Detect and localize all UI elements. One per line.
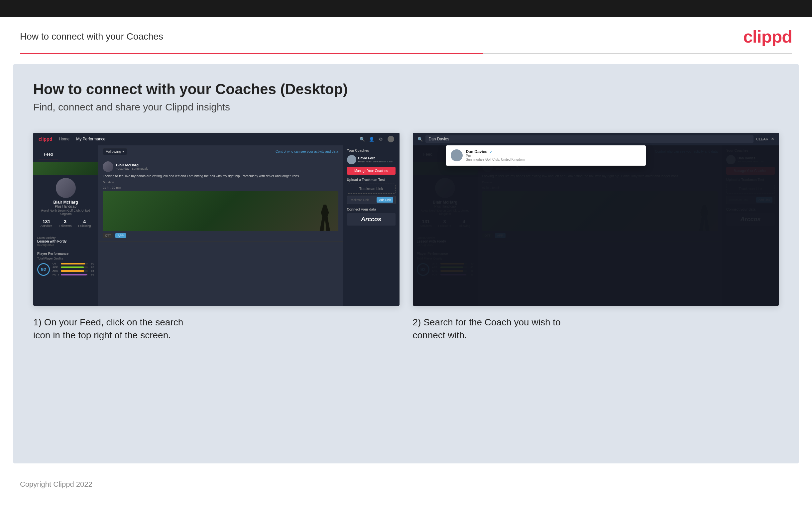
app-coaches-1: Your Coaches David Ford Royal North Devo… (343, 145, 399, 306)
post-btn-row-1: OTT APP (103, 233, 338, 238)
profile-card-1: Blair McHarg Plus Handicap Royal North D… (33, 175, 98, 234)
player-performance-1: Player Performance Total Player Quality … (33, 249, 98, 280)
close-button[interactable]: × (771, 136, 774, 142)
profile-club-1: Royal North Devon Golf Club, United King… (37, 209, 94, 216)
screenshot-block-1: clippd Home My Performance 🔍 👤 ⚙ (33, 133, 399, 342)
feed-tab-1[interactable]: Feed (39, 150, 58, 159)
coach-item-1: David Ford Royal North Devon Golf Club (347, 155, 395, 164)
search-result-item[interactable]: Dan Davies ✓ Pro Sunningdale Golf Club, … (446, 145, 646, 166)
search-icon-2: 🔍 (418, 137, 423, 142)
following-bar-1: Following ▾ Control who can see your act… (98, 145, 343, 158)
app-navbar-1: clippd Home My Performance 🔍 👤 ⚙ (33, 133, 399, 145)
app-ui-2: clippd Home My Performance Feed Blair Mc… (413, 133, 779, 306)
bars-col-1: OTT90 APP85 ARG86 PUTT96 (52, 262, 94, 277)
screenshot-block-2: clippd Home My Performance Feed Blair Mc… (413, 133, 779, 342)
profile-stats-1: 131Activities 3Followers 4Following (37, 219, 94, 227)
btn-app-1[interactable]: APP (115, 233, 126, 238)
profile-name-1: Blair McHarg (37, 200, 94, 205)
app-sidebar-1: Feed Blair McHarg Plus Handicap Royal No… (33, 145, 98, 306)
app-ui-1: clippd Home My Performance 🔍 👤 ⚙ (33, 133, 399, 306)
settings-icon-1[interactable]: ⚙ (378, 136, 384, 142)
screenshot-frame-1: clippd Home My Performance 🔍 👤 ⚙ (33, 133, 399, 306)
app-body-1: Feed Blair McHarg Plus Handicap Royal No… (33, 145, 399, 306)
profile-handicap-1: Plus Handicap (37, 205, 94, 208)
profile-img-1 (56, 178, 76, 198)
golfer-silhouette-1 (319, 205, 332, 231)
clear-button[interactable]: CLEAR (756, 137, 768, 141)
control-link-1[interactable]: Control who can see your activity and da… (276, 150, 338, 153)
app-feed-1: Following ▾ Control who can see your act… (98, 145, 343, 306)
result-name: Dan Davies ✓ (466, 150, 525, 154)
nav-home-1[interactable]: Home (59, 137, 69, 141)
copyright: Copyright Clippd 2022 (20, 480, 92, 489)
feed-post-1: Blair McHarg Yesterday · Sunningdale Loo… (98, 158, 343, 242)
search-icon-1[interactable]: 🔍 (360, 136, 365, 142)
avatar-1[interactable] (388, 136, 394, 142)
main-content: How to connect with your Coaches (Deskto… (13, 64, 799, 463)
result-avatar (451, 150, 463, 161)
user-icon-1[interactable]: 👤 (369, 136, 374, 142)
header-title: How to connect with your Coaches (20, 31, 163, 42)
page-subheading: Find, connect and share your Clippd insi… (33, 101, 779, 113)
nav-right-1: 🔍 👤 ⚙ (360, 136, 394, 142)
add-link-btn-1[interactable]: Add Link (377, 197, 393, 203)
header: How to connect with your Coaches clippd (0, 17, 812, 53)
manage-coaches-btn[interactable]: Manage Your Coaches (347, 167, 395, 175)
caption-1: 1) On your Feed, click on the search ico… (33, 316, 399, 342)
screenshot-frame-2: clippd Home My Performance Feed Blair Mc… (413, 133, 779, 306)
btn-off-1[interactable]: OTT (103, 233, 113, 238)
trackman-box-1: Trackman Link (347, 184, 395, 194)
header-divider (20, 53, 792, 54)
clippd-logo: clippd (743, 27, 792, 47)
post-duration-1: Duration (103, 181, 338, 184)
page-heading: How to connect with your Coaches (Deskto… (33, 81, 779, 97)
following-btn-1[interactable]: Following ▾ (103, 148, 127, 155)
top-bar (0, 0, 812, 17)
app-logo-1: clippd (39, 136, 52, 142)
search-dropdown: Dan Davies ✓ Pro Sunningdale Golf Club, … (446, 145, 646, 166)
score-circle-1: 92 (37, 263, 50, 276)
trackman-input-1[interactable]: Trackman Link Add Link (347, 196, 395, 204)
caption-2: 2) Search for the Coach you wish to conn… (413, 316, 779, 342)
post-avatar-1 (103, 161, 113, 172)
screenshots-row: clippd Home My Performance 🔍 👤 ⚙ (33, 133, 779, 342)
search-bar-overlay: 🔍 Dan Davies CLEAR × (413, 133, 779, 145)
footer: Copyright Clippd 2022 (0, 473, 812, 495)
nav-performance-1[interactable]: My Performance (76, 137, 105, 141)
search-input-2[interactable]: Dan Davies (425, 135, 754, 143)
arccos-logo-1: Arccos (347, 213, 395, 225)
coach-avatar-1 (347, 155, 356, 164)
post-image-1 (103, 191, 338, 231)
latest-activity-1: Latest Activity Lesson with Fordy 03 Aug… (33, 234, 98, 249)
